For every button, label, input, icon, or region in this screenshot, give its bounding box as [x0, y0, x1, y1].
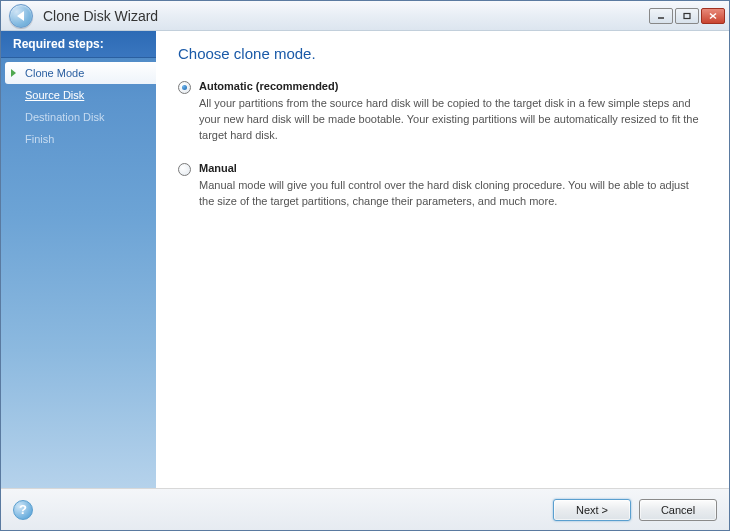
- back-arrow-icon: [17, 11, 24, 21]
- next-button-label: Next >: [576, 504, 608, 516]
- option-automatic-label: Automatic (recommended): [199, 80, 707, 92]
- next-button[interactable]: Next >: [553, 499, 631, 521]
- maximize-button[interactable]: [675, 8, 699, 24]
- cancel-button-label: Cancel: [661, 504, 695, 516]
- titlebar: Clone Disk Wizard: [1, 1, 729, 31]
- body: Required steps: Clone Mode Source Disk D…: [1, 31, 729, 488]
- minimize-button[interactable]: [649, 8, 673, 24]
- svg-rect-1: [684, 13, 690, 18]
- back-button[interactable]: [9, 4, 33, 28]
- sidebar-item-label: Finish: [25, 133, 54, 145]
- sidebar-item-source-disk[interactable]: Source Disk: [1, 84, 156, 106]
- sidebar-item-label: Destination Disk: [25, 111, 104, 123]
- maximize-icon: [682, 12, 692, 20]
- option-automatic[interactable]: Automatic (recommended) All your partiti…: [178, 80, 707, 144]
- sidebar-item-label: Source Disk: [25, 89, 84, 101]
- main-content: Choose clone mode. Automatic (recommende…: [156, 31, 729, 488]
- sidebar-item-label: Clone Mode: [25, 67, 84, 79]
- close-icon: [708, 12, 718, 20]
- footer: ? Next > Cancel: [1, 488, 729, 530]
- radio-wrap: [178, 163, 191, 176]
- help-icon: ?: [19, 502, 27, 517]
- radio-manual[interactable]: [178, 163, 191, 176]
- option-manual-label: Manual: [199, 162, 707, 174]
- page-title: Choose clone mode.: [178, 45, 707, 62]
- option-manual-description: Manual mode will give you full control o…: [199, 178, 707, 210]
- help-button[interactable]: ?: [13, 500, 33, 520]
- radio-wrap: [178, 81, 191, 94]
- sidebar-item-finish: Finish: [1, 128, 156, 150]
- radio-automatic[interactable]: [178, 81, 191, 94]
- sidebar-header: Required steps:: [1, 31, 156, 58]
- sidebar-steps: Clone Mode Source Disk Destination Disk …: [1, 58, 156, 154]
- option-manual[interactable]: Manual Manual mode will give you full co…: [178, 162, 707, 210]
- cancel-button[interactable]: Cancel: [639, 499, 717, 521]
- close-button[interactable]: [701, 8, 725, 24]
- option-automatic-description: All your partitions from the source hard…: [199, 96, 707, 144]
- window-controls: [649, 8, 729, 24]
- window-title: Clone Disk Wizard: [43, 8, 158, 24]
- sidebar: Required steps: Clone Mode Source Disk D…: [1, 31, 156, 488]
- footer-buttons: Next > Cancel: [553, 499, 717, 521]
- wizard-window: Clone Disk Wizard Required steps: Clone …: [0, 0, 730, 531]
- minimize-icon: [656, 12, 666, 20]
- option-body: Automatic (recommended) All your partiti…: [199, 80, 707, 144]
- option-body: Manual Manual mode will give you full co…: [199, 162, 707, 210]
- sidebar-item-clone-mode[interactable]: Clone Mode: [5, 62, 156, 84]
- sidebar-item-destination-disk: Destination Disk: [1, 106, 156, 128]
